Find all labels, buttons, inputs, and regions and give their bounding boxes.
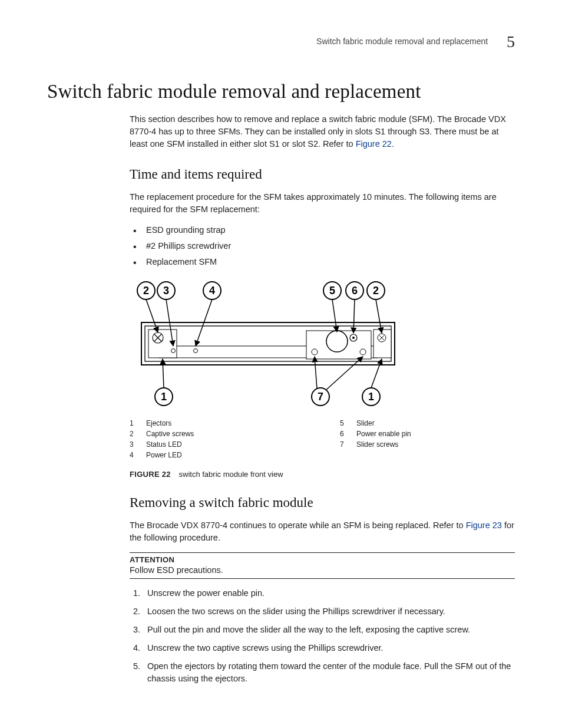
removing-para: The Brocade VDX 8770-4 continues to oper… (130, 519, 515, 544)
page: Switch fabric module removal and replace… (0, 0, 562, 728)
figure-22: 2 3 4 5 6 2 1 7 1 (130, 276, 515, 412)
page-title: Switch fabric module removal and replace… (47, 81, 515, 103)
time-items-para: The replacement procedure for the SFM ta… (130, 191, 515, 216)
running-title: Switch fabric module removal and replace… (316, 37, 488, 46)
svg-text:6: 6 (352, 285, 358, 297)
intro-text-1: This section describes how to remove and… (130, 114, 506, 149)
figure-caption: FIGURE 22 switch fabric module front vie… (130, 470, 515, 479)
svg-point-14 (352, 337, 355, 339)
list-item: ESD grounding strap (130, 224, 515, 236)
list-item: #2 Phillips screwdriver (130, 240, 515, 252)
attention-label: ATTENTION (130, 555, 515, 564)
svg-text:2: 2 (373, 285, 379, 297)
required-items-list: ESD grounding strap #2 Phillips screwdri… (130, 224, 515, 268)
legend-col-right: 5Slider 6Power enable pin 7Slider screws (340, 417, 515, 462)
intro-paragraph: This section describes how to remove and… (130, 113, 515, 150)
svg-text:3: 3 (163, 285, 169, 297)
sfm-front-view-diagram: 2 3 4 5 6 2 1 7 1 (130, 276, 406, 412)
list-item: Pull out the pin and move the slider all… (143, 624, 515, 636)
attention-text: Follow ESD precautions. (130, 565, 515, 575)
chapter-number: 5 (507, 32, 515, 51)
svg-text:7: 7 (318, 391, 323, 403)
list-item: Replacement SFM (130, 256, 515, 268)
intro-text-2: . (392, 139, 394, 149)
svg-text:4: 4 (209, 285, 215, 297)
figure-23-link[interactable]: Figure 23 (466, 521, 502, 530)
procedure-steps: Unscrew the power enable pin. Loosen the… (130, 587, 515, 685)
figure-label: FIGURE 22 (130, 470, 171, 479)
list-item: Unscrew the power enable pin. (143, 587, 515, 599)
time-items-heading: Time and items required (130, 167, 515, 182)
svg-point-8 (194, 349, 198, 353)
intro-section: This section describes how to remove and… (130, 113, 515, 150)
svg-point-12 (360, 349, 366, 355)
running-header: Switch fabric module removal and replace… (47, 32, 515, 51)
svg-text:1: 1 (368, 391, 374, 403)
removing-heading: Removing a switch fabric module (130, 495, 515, 510)
svg-text:5: 5 (329, 285, 335, 297)
svg-text:1: 1 (161, 391, 167, 403)
time-items-section: Time and items required The replacement … (130, 167, 515, 685)
svg-text:2: 2 (143, 285, 149, 297)
legend-col-left: 1Ejectors 2Captive screws 3Status LED 4P… (130, 417, 305, 462)
list-item: Loosen the two screws on the slider usin… (143, 605, 515, 618)
figure-legend: 1Ejectors 2Captive screws 3Status LED 4P… (130, 417, 515, 462)
list-item: Open the ejectors by rotating them towar… (143, 660, 515, 685)
attention-block: ATTENTION Follow ESD precautions. (130, 552, 515, 579)
figure-22-link[interactable]: Figure 22 (356, 139, 392, 149)
figure-caption-text: switch fabric module front view (179, 470, 283, 479)
svg-point-7 (171, 349, 176, 353)
svg-point-11 (312, 349, 318, 355)
list-item: Unscrew the two captive screws using the… (143, 642, 515, 654)
